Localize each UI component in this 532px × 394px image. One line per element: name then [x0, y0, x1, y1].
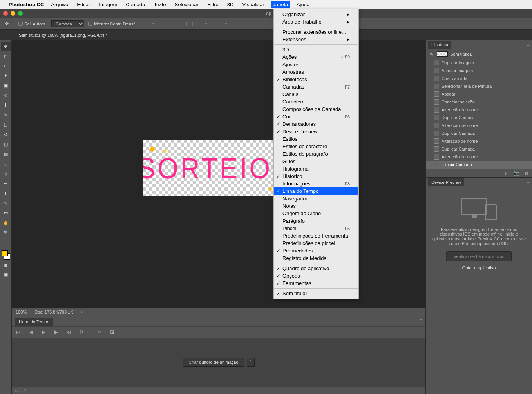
history-step[interactable]: Cancelar seleção — [426, 98, 532, 106]
menuitem-amostras[interactable]: Amostras — [274, 68, 358, 76]
timeline-footer-icon[interactable]: ▭ — [15, 388, 19, 393]
quick-mask-icon[interactable]: ◙ — [1, 260, 11, 270]
status-arrow-icon[interactable]: ▸ — [81, 309, 83, 314]
menuitem-composi-es-de-camada[interactable]: Composições de Camada — [274, 105, 358, 113]
show-transform-checkbox[interactable]: Mostrar Contr. Transf. — [88, 22, 136, 26]
type-tool[interactable]: T — [1, 189, 11, 198]
panel-menu-icon[interactable]: ≡ — [527, 42, 530, 47]
history-step[interactable]: Alteração de nome — [426, 153, 532, 161]
menuitem-notas[interactable]: Notas — [274, 202, 358, 210]
history-step[interactable]: Selecionar Tela de Pintura — [426, 82, 532, 90]
timeline-tab[interactable]: Linha do Tempo — [15, 318, 53, 326]
auto-select-checkbox[interactable]: Sel. Autom.: — [18, 22, 47, 26]
menuitem-op-es[interactable]: ✓Opções — [274, 272, 358, 280]
menu-filtro[interactable]: Filtro — [206, 1, 220, 8]
magic-wand-tool[interactable]: ✦ — [1, 71, 11, 80]
path-select-tool[interactable]: ↖ — [1, 198, 11, 208]
zoom-level[interactable]: 100% — [16, 310, 27, 314]
history-step[interactable]: Alteração de nome — [426, 106, 532, 114]
menuitem-predefini-es-de-ferramenta[interactable]: Predefinições de Ferramenta — [274, 232, 358, 240]
stamp-tool[interactable]: ⌸ — [1, 120, 11, 129]
menuitem-device-preview[interactable]: ✓Device Preview — [274, 128, 358, 135]
device-preview-tab[interactable]: Device Preview — [428, 178, 464, 186]
go-last-frame-icon[interactable]: ⏭ — [65, 329, 72, 335]
check-devices-button[interactable]: Verificar se há dispositivos — [446, 251, 512, 261]
menu-imagem[interactable]: Imagem — [97, 1, 119, 8]
menuitem-origem-do-clone[interactable]: Origem do Clone — [274, 210, 358, 217]
menu-selecionar[interactable]: Selecionar — [173, 1, 200, 8]
menuitem-canais[interactable]: Canais — [274, 91, 358, 98]
menuitem-sem-t-tulo1[interactable]: ✓Sem título1 — [274, 290, 358, 297]
menu-3d[interactable]: 3D — [226, 1, 235, 8]
menuitem-hist-rico[interactable]: ✓Histórico — [274, 172, 358, 180]
menuitem-informa-es[interactable]: InformaçõesF8 — [274, 180, 358, 187]
healing-tool[interactable]: ✚ — [1, 100, 11, 110]
distribute-h-icon[interactable]: ⋯ — [203, 20, 211, 28]
delete-state-icon[interactable]: 🗑 — [525, 171, 529, 176]
document-tab[interactable]: Sem título1 @ 100% (figura11.png, RGB/8#… — [14, 30, 112, 40]
menuitem-predefini-es-de-pincel[interactable]: Predefinições de pincel — [274, 240, 358, 247]
menu-arquivo[interactable]: Arquivo — [49, 1, 70, 8]
align-top-icon[interactable]: ⎺ — [140, 20, 148, 28]
menu-janela[interactable]: Janela — [271, 1, 290, 8]
history-tab[interactable]: Histórico — [428, 41, 451, 49]
app-name[interactable]: Photoshop CC — [9, 2, 44, 7]
menuitem-caractere[interactable]: Caractere — [274, 98, 358, 105]
menuitem-navegador[interactable]: Navegador — [274, 195, 358, 202]
canvas-view[interactable]: ✦ ✦ ✦ SORTEIO! — [12, 40, 425, 308]
align-hcenter-icon[interactable]: ⎹ — [181, 20, 189, 28]
menuitem-linha-do-tempo[interactable]: ✓Linha do Tempo — [274, 187, 358, 195]
menuitem-quadro-do-aplicativo[interactable]: ✓Quadro do aplicativo — [274, 265, 358, 272]
color-swatches[interactable] — [1, 249, 11, 260]
history-step[interactable]: Duplicar Camada — [426, 114, 532, 122]
menu-texto[interactable]: Texto — [152, 1, 167, 8]
menu-ajuda[interactable]: Ajuda — [295, 1, 311, 8]
settings-icon[interactable]: ⚙ — [78, 329, 85, 335]
history-step[interactable]: Achatar imagem — [426, 67, 532, 74]
scissors-icon[interactable]: ✄ — [96, 329, 103, 335]
gradient-tool[interactable]: ▤ — [1, 149, 11, 159]
align-vcenter-icon[interactable]: ≡ — [149, 20, 158, 28]
dodge-tool[interactable]: ☼ — [1, 169, 11, 178]
menuitem-a-es[interactable]: Ações⌥F9 — [274, 53, 358, 61]
menuitem-pincel[interactable]: PincelF5 — [274, 225, 358, 232]
next-frame-icon[interactable]: ▶ — [52, 329, 60, 335]
menuitem-extens-es[interactable]: Extensões▶ — [274, 36, 358, 43]
hand-tool[interactable]: ✋ — [1, 218, 11, 227]
align-right-icon[interactable]: ⎸ — [190, 20, 199, 28]
get-app-link[interactable]: Obter o aplicativo — [462, 265, 496, 270]
menuitem-procurar-extens-es-online-[interactable]: Procurar extensões online... — [274, 28, 358, 36]
menuitem-organizar[interactable]: Organizar▶ — [274, 11, 358, 18]
menuitem-estilos-de-par-grafo[interactable]: Estilos de parágrafo — [274, 150, 358, 158]
screen-mode-icon[interactable]: ▣ — [1, 270, 11, 279]
panel-menu-icon[interactable]: ≡ — [420, 318, 422, 322]
new-document-from-state-icon[interactable]: ⎘ — [505, 171, 508, 176]
distribute-icon[interactable]: ⋯ — [221, 20, 230, 28]
history-brush-tool[interactable]: ↺ — [1, 130, 11, 139]
go-first-frame-icon[interactable]: ⏮ — [15, 329, 22, 335]
eraser-tool[interactable]: ◫ — [1, 140, 11, 149]
menuitem-ferramentas[interactable]: ✓Ferramentas — [274, 280, 358, 287]
menuitem-par-grafo[interactable]: Parágrafo — [274, 217, 358, 225]
rectangle-tool[interactable]: ▭ — [1, 208, 11, 218]
menuitem-camadas[interactable]: CamadasF7 — [274, 83, 358, 91]
menuitem-propriedades[interactable]: ✓Propriedades — [274, 247, 358, 254]
menuitem--rea-de-trabalho[interactable]: Área de Trabalho▶ — [274, 18, 358, 25]
history-step[interactable]: Duplicar Camada — [426, 145, 532, 153]
menu-visualizar[interactable]: Visualizar — [241, 1, 266, 8]
marquee-tool[interactable]: ◻ — [1, 51, 11, 61]
edit-toolbar-icon[interactable]: ⋯ — [1, 238, 11, 247]
minimize-window-icon[interactable] — [11, 11, 15, 16]
menuitem-registro-de-medida[interactable]: Registro de Medida — [274, 254, 358, 262]
timeline-convert-icon[interactable]: ↗ — [23, 388, 26, 393]
zoom-tool[interactable]: 🔍 — [1, 228, 11, 237]
menuitem-estilos-de-caractere[interactable]: Estilos de caractere — [274, 143, 358, 150]
transitions-icon[interactable]: ◪ — [109, 329, 116, 335]
history-step[interactable]: Alteração de nome — [426, 122, 532, 129]
create-animation-button[interactable]: Criar quadro de animação — [183, 358, 244, 367]
menuitem-histograma[interactable]: Histograma — [274, 165, 358, 172]
close-window-icon[interactable] — [3, 11, 8, 16]
eyedropper-tool[interactable]: ⎋ — [1, 91, 11, 100]
history-step[interactable]: Excluir Camada — [426, 161, 532, 169]
menuitem-cor[interactable]: ✓CorF6 — [274, 113, 358, 120]
